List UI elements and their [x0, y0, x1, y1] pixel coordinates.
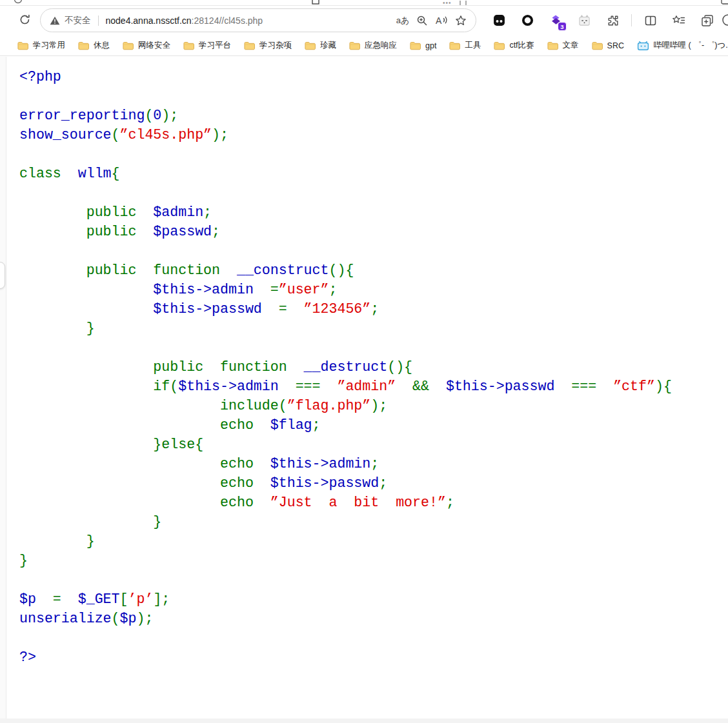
code-line — [19, 628, 672, 648]
code-line: <?php — [19, 67, 672, 86]
folder-icon — [244, 41, 255, 50]
extension-eyes-button[interactable] — [489, 10, 509, 30]
bilibili-icon — [637, 41, 649, 51]
code-line: echo $this->admin; — [19, 454, 672, 473]
bookmark-label: 休息 — [94, 40, 110, 51]
bookmark-item[interactable]: 学习常用 — [14, 38, 69, 53]
bookmark-item[interactable]: 工具 — [445, 38, 485, 53]
bookmark-label: 珍藏 — [320, 40, 336, 51]
collections-add-button[interactable] — [697, 10, 717, 30]
bookmark-item[interactable]: 休息 — [74, 38, 114, 53]
tab-strip-remnant: ••• — [0, 0, 728, 6]
code-line: $p = $_GET[’p’]; — [19, 589, 672, 609]
folder-icon — [305, 41, 316, 50]
bookmark-item[interactable]: ctf比赛 — [490, 38, 538, 53]
window-bottom-edge — [0, 718, 728, 723]
code-line: $this->admin =”user”; — [19, 280, 672, 299]
translate-icon: aあ — [396, 15, 410, 26]
bookmark-item[interactable]: 文章 — [543, 38, 583, 53]
extension-cat-face-button[interactable] — [574, 10, 594, 30]
bookmark-item[interactable]: 应急响应 — [345, 38, 401, 53]
svg-text:A: A — [436, 15, 442, 25]
code-line — [19, 183, 672, 203]
code-line — [19, 338, 672, 357]
bookmark-item[interactable]: 哔哩哔哩 ( ゜- ゜)つ... — [633, 38, 728, 53]
code-line: } — [19, 512, 672, 531]
bookmark-label: gpt — [425, 41, 436, 50]
folder-icon — [305, 41, 316, 50]
folder-icon — [410, 41, 421, 50]
bookmark-label: 文章 — [563, 40, 579, 51]
bookmark-label: 学习常用 — [33, 40, 65, 51]
bookmark-item[interactable]: gpt — [406, 39, 440, 52]
code-line: $this->passwd = ”123456”; — [19, 299, 672, 319]
collections-add-icon — [701, 14, 714, 27]
reload-button[interactable] — [15, 10, 34, 28]
folder-icon — [592, 41, 603, 50]
folder-icon — [349, 41, 360, 50]
bookmark-item[interactable]: 网络安全 — [119, 38, 174, 53]
code-line: public function __destruct(){ — [19, 357, 672, 377]
code-line: public function __construct(){ — [19, 261, 672, 280]
zoom-in-button[interactable] — [412, 11, 432, 30]
code-line: echo $this->passwd; — [19, 473, 672, 493]
read-aloud-button[interactable]: A — [432, 11, 451, 30]
cut-window-bar — [465, 1, 467, 5]
cut-toolbar-icon — [719, 13, 728, 28]
ring-extension-icon — [521, 14, 534, 26]
bookmark-item[interactable]: SRC — [588, 39, 628, 52]
puzzle-extension-icon — [607, 14, 620, 27]
extension-badge: 3 — [558, 22, 567, 31]
favorite-star-icon — [455, 15, 467, 26]
favorites-hub-icon — [672, 14, 685, 27]
php-source: <?php error_reporting(0);show_source(”cl… — [19, 67, 672, 667]
code-line: if($this->admin === ”admin” && $this->pa… — [19, 377, 672, 396]
code-line: error_reporting(0); — [19, 106, 672, 125]
eyes-extension-icon — [493, 14, 505, 26]
split-screen-icon — [644, 14, 657, 27]
bookmark-item[interactable]: 学习平台 — [179, 38, 235, 53]
cut-window-bar — [460, 1, 461, 5]
code-line: echo ”Just a bit more!”; — [19, 493, 672, 512]
code-line: } — [19, 551, 672, 570]
bookmark-label: SRC — [607, 41, 624, 50]
read-aloud-icon: A — [435, 15, 448, 26]
bookmark-item[interactable]: 学习杂项 — [240, 38, 296, 53]
folder-icon — [547, 41, 558, 50]
translate-button[interactable]: aあ — [393, 11, 412, 30]
extension-puzzle-button[interactable] — [603, 10, 623, 30]
page-content: <?php error_reporting(0);show_source(”cl… — [0, 57, 728, 723]
folder-icon — [349, 41, 360, 50]
extension-purple-gem-button[interactable]: 3 — [546, 10, 566, 30]
bookmark-label: ctf比赛 — [509, 40, 534, 51]
cut-corner-icon — [721, 0, 728, 5]
url-host: node4.anna.nssctf.cn — [106, 15, 192, 26]
code-line: class wllm{ — [19, 164, 672, 183]
folder-icon — [410, 41, 421, 50]
folder-icon — [17, 41, 28, 50]
sidebar-handle[interactable] — [0, 262, 5, 289]
code-line: unserialize($p); — [19, 609, 672, 628]
code-line: } — [19, 319, 672, 338]
bookmark-item[interactable]: 珍藏 — [301, 38, 340, 53]
url-text: node4.anna.nssctf.cn:28124//cl45s.php — [106, 15, 263, 26]
code-line: echo $flag; — [19, 415, 672, 435]
folder-icon — [183, 41, 194, 50]
folder-icon — [449, 41, 460, 50]
extension-toolbar: 3 — [489, 8, 717, 32]
code-line: include(”flag.php”); — [19, 396, 672, 415]
code-line — [19, 241, 672, 261]
folder-icon — [244, 41, 255, 50]
code-line: } — [19, 531, 672, 551]
folder-icon — [17, 41, 28, 50]
bookmark-label: 学习平台 — [199, 40, 231, 51]
code-line: ?> — [19, 648, 672, 667]
address-bar[interactable]: 不安全 node4.anna.nssctf.cn:28124//cl45s.ph… — [40, 8, 476, 32]
extension-ring-button[interactable] — [518, 10, 538, 30]
split-screen-button[interactable] — [640, 10, 660, 30]
favorites-hub-button[interactable] — [669, 10, 689, 30]
favorite-star-button[interactable] — [451, 11, 470, 30]
bookmark-label: 应急响应 — [365, 40, 397, 51]
bookmarks-bar: 学习常用休息网络安全学习平台学习杂项珍藏应急响应gpt工具ctf比赛文章SRC哔… — [0, 35, 728, 56]
bookmark-label: 哔哩哔哩 ( ゜- ゜)つ... — [654, 40, 728, 51]
